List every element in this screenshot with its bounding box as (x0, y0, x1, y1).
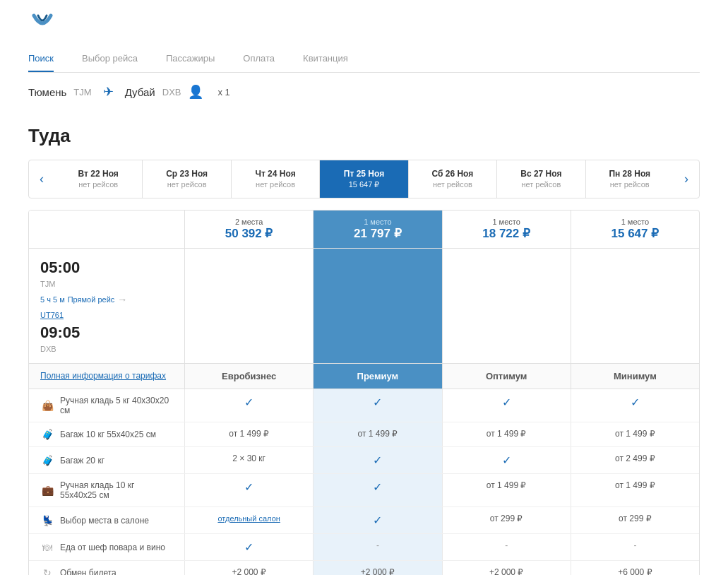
feat-label-2: Багаж 20 кг (60, 456, 105, 466)
feat-desc-5: 🍽 Еда от шеф повара и вино (29, 534, 184, 560)
optimum-price: 18 722 ₽ (448, 226, 565, 241)
date-item-4[interactable]: Сб 26 Ноя нет рейсов (409, 160, 497, 198)
feat-val-0-3: ✓ (571, 389, 699, 422)
nav-payment[interactable]: Оплата (243, 47, 275, 72)
feat-val-1-3: от 1 499 ₽ (571, 422, 699, 446)
feat-val-2-1: ✓ (313, 447, 441, 473)
flight-col-optimum (442, 249, 571, 363)
briefcase-icon: 💼 (40, 485, 54, 496)
feature-row-1: 🧳 Багаж 10 кг 55х40х25 см от 1 499 ₽ от … (29, 422, 699, 447)
food-icon: 🍽 (40, 542, 54, 553)
logo (28, 13, 700, 36)
flight-num: UT761 (40, 311, 173, 319)
premium-price: 21 797 ₽ (319, 226, 436, 241)
date-item-5[interactable]: Вс 27 Ноя нет рейсов (497, 160, 585, 198)
feat-val-2-0: 2 × 30 кг (184, 447, 313, 473)
eurobiz-price: 50 392 ₽ (191, 226, 307, 241)
feat-label-3: Ручная кладь 10 кг 55х40х25 см (60, 480, 173, 500)
feature-row-4: 💺 Выбор места в салоне отдельный салон ✓… (29, 507, 699, 534)
tariff-header-premium[interactable]: 1 место 21 797 ₽ (313, 211, 441, 248)
tariff-name-premium: Премиум (313, 364, 441, 389)
flight-col-premium (313, 249, 441, 363)
date-item-3[interactable]: Пт 25 Ноя 15 647 ₽ (320, 160, 408, 198)
feat-desc-6: ↻ Обмен билета (29, 561, 184, 575)
to-city: Дубай (125, 86, 155, 98)
tariff-info-link[interactable]: Полная информация о тарифах (40, 371, 173, 381)
date-item-6[interactable]: Пн 28 Ноя нет рейсов (586, 160, 674, 198)
tariff-header-minimum[interactable]: 1 место 15 647 ₽ (571, 211, 699, 248)
passenger-icon: 👤 (188, 84, 203, 100)
feat-desc-2: 🧳 Багаж 20 кг (29, 447, 184, 473)
feat-val-0-0: ✓ (184, 389, 313, 422)
feat-desc-1: 🧳 Багаж 10 кг 55х40х25 см (29, 422, 184, 446)
tariff-name-minimum: Минимум (571, 364, 699, 389)
to-code: DXB (162, 87, 181, 97)
seat-icon: 💺 (40, 515, 54, 526)
feat-val-6-1: +2 000 ₽ (313, 561, 441, 575)
depart-time: 05:00 (40, 259, 173, 277)
feat-val-4-0[interactable]: отдельный салон (184, 507, 313, 533)
tariff-header-optimum[interactable]: 1 место 18 722 ₽ (442, 211, 571, 248)
date-item-1[interactable]: Ср 23 Ноя нет рейсов (143, 160, 231, 198)
minimum-price: 15 647 ₽ (577, 226, 693, 241)
feat-desc-4: 💺 Выбор места в салоне (29, 507, 184, 533)
feat-val-3-1: ✓ (313, 474, 441, 506)
depart-code: TJM (40, 280, 173, 288)
feat-val-3-3: от 1 499 ₽ (571, 474, 699, 506)
nav-select-flight[interactable]: Выбор рейса (82, 47, 138, 72)
flight-info-row: 05:00 TJM 5 ч 5 м Прямой рейс → UT761 09… (29, 249, 699, 364)
feat-val-1-0: от 1 499 ₽ (184, 422, 313, 446)
flight-duration: 5 ч 5 м (40, 295, 65, 304)
date-selector: ‹ Вт 22 Ноя нет рейсов Ср 23 Ноя нет рей… (28, 160, 700, 198)
tariff-header-eurobiz[interactable]: 2 места 50 392 ₽ (184, 211, 313, 248)
luggage2-icon: 🧳 (40, 455, 54, 466)
from-city: Тюмень (28, 86, 66, 98)
feat-val-1-1: от 1 499 ₽ (313, 422, 441, 446)
feat-label-5: Еда от шеф повара и вино (60, 543, 165, 552)
feat-val-1-2: от 1 499 ₽ (442, 422, 571, 446)
section-title: Туда (28, 125, 700, 147)
flight-table: 2 места 50 392 ₽ 1 место 21 797 ₽ 1 мест… (28, 210, 700, 575)
feat-label-6: Обмен билета (60, 568, 117, 575)
separate-cabin-link[interactable]: отдельный салон (217, 514, 280, 523)
tariff-info-link-cell: Полная информация о тарифах (29, 364, 184, 389)
feature-row-5: 🍽 Еда от шеф повара и вино ✓ - - - (29, 534, 699, 561)
feat-val-4-3: от 299 ₽ (571, 507, 699, 533)
feat-val-3-0: ✓ (184, 474, 313, 506)
date-next-button[interactable]: › (674, 165, 699, 194)
minimum-seats: 1 место (577, 218, 693, 226)
feature-row-0: 👜 Ручная кладь 5 кг 40х30х20 см ✓ ✓ ✓ ✓ (29, 389, 699, 422)
arrive-code: DXB (40, 345, 173, 353)
feat-val-5-3: - (571, 534, 699, 560)
feat-desc-0: 👜 Ручная кладь 5 кг 40х30х20 см (29, 389, 184, 422)
tariff-name-eurobiz: Евробизнес (184, 364, 313, 389)
exchange-icon: ↻ (40, 567, 54, 575)
tariff-names-row: Полная информация о тарифах Евробизнес П… (29, 364, 699, 389)
feat-label-4: Выбор места в салоне (60, 516, 149, 526)
flight-col-eurobiz (184, 249, 313, 363)
route-arrow-icon: ✈ (103, 84, 114, 100)
tariff-name-optimum: Оптимум (442, 364, 571, 389)
feat-val-0-2: ✓ (442, 389, 571, 422)
feat-val-4-1: ✓ (313, 507, 441, 533)
date-item-2[interactable]: Чт 24 Ноя нет рейсов (232, 160, 320, 198)
date-prev-button[interactable]: ‹ (29, 165, 54, 194)
nav-search[interactable]: Поиск (28, 47, 54, 72)
eurobiz-seats: 2 места (191, 218, 307, 226)
nav-receipt[interactable]: Квитанция (303, 47, 348, 72)
feat-label-1: Багаж 10 кг 55х40х25 см (60, 429, 156, 439)
optimum-seats: 1 место (448, 218, 565, 226)
date-item-0[interactable]: Вт 22 Ноя нет рейсов (54, 160, 143, 198)
header-empty (29, 211, 184, 248)
from-code: TJM (73, 87, 91, 97)
flight-details-left: 05:00 TJM 5 ч 5 м Прямой рейс → UT761 09… (29, 249, 184, 363)
flight-col-minimum (571, 249, 699, 363)
feat-val-5-2: - (442, 534, 571, 560)
luggage-icon: 🧳 (40, 429, 54, 440)
nav-passengers[interactable]: Пассажиры (166, 47, 215, 72)
feat-val-6-0: +2 000 ₽ (184, 561, 313, 575)
feat-val-6-2: +2 000 ₽ (442, 561, 571, 575)
handbag-icon: 👜 (40, 400, 54, 411)
feat-val-4-2: от 299 ₽ (442, 507, 571, 533)
date-items: Вт 22 Ноя нет рейсов Ср 23 Ноя нет рейсо… (54, 160, 674, 198)
